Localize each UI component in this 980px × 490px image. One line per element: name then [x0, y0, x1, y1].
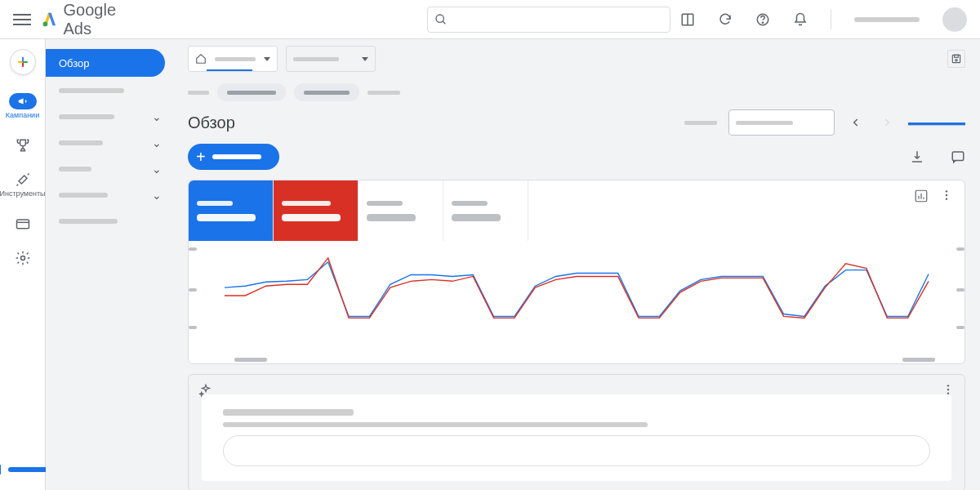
notifications-icon[interactable] — [793, 12, 808, 27]
campaign-selector[interactable] — [286, 46, 376, 72]
svg-point-19 — [956, 60, 957, 61]
mobile-icon — [0, 462, 3, 477]
header-actions — [680, 7, 967, 32]
app-header: Google Ads — [0, 0, 980, 39]
gear-icon — [15, 250, 31, 266]
appearance-icon[interactable] — [680, 12, 695, 27]
side-nav: Обзор ⌄ ⌄ ⌄ ⌄ — [46, 39, 173, 490]
megaphone-icon — [17, 96, 29, 107]
filter-label — [188, 91, 209, 95]
save-view-icon[interactable] — [947, 50, 965, 68]
nav-item[interactable] — [46, 78, 173, 103]
svg-rect-18 — [955, 55, 959, 57]
create-button[interactable] — [10, 49, 36, 75]
compare-toggle[interactable] — [908, 119, 965, 126]
svg-point-6 — [762, 22, 763, 23]
divider — [831, 10, 831, 29]
svg-point-30 — [947, 392, 949, 394]
menu-icon[interactable] — [13, 10, 31, 29]
nav-overview[interactable]: Обзор — [46, 49, 165, 77]
search-icon — [434, 13, 448, 26]
rec-text — [223, 422, 648, 427]
logo-text-2: Ads — [64, 20, 91, 38]
sparkle-icon — [198, 383, 213, 398]
metric-tab-1[interactable] — [189, 180, 274, 241]
performance-chart — [189, 241, 964, 363]
more-icon[interactable] — [942, 383, 955, 396]
rec-input[interactable] — [223, 435, 930, 466]
search-input[interactable] — [427, 7, 670, 33]
rail-goals[interactable] — [0, 137, 46, 154]
rail-admin[interactable] — [0, 250, 46, 266]
refresh-icon[interactable] — [718, 12, 733, 27]
svg-point-27 — [946, 198, 947, 199]
plus-icon — [15, 54, 31, 70]
dropdown-icon — [362, 57, 368, 61]
svg-point-0 — [42, 21, 47, 26]
main-content: Обзор + — [173, 39, 980, 490]
svg-point-1 — [436, 15, 443, 22]
new-campaign-button[interactable]: + — [188, 144, 279, 170]
chart-settings-icon[interactable] — [914, 189, 929, 203]
x-tick — [902, 358, 935, 362]
overview-toolbar: + — [173, 144, 980, 180]
plus-icon: + — [196, 148, 206, 167]
performance-card — [188, 180, 965, 364]
metric-tabs — [189, 180, 964, 241]
dropdown-icon — [264, 57, 270, 61]
rail-tools-label: Инструменты — [0, 189, 46, 198]
label — [684, 121, 717, 125]
page-title: Обзор — [188, 114, 235, 132]
svg-point-29 — [947, 389, 949, 390]
filter-chip[interactable] — [294, 83, 359, 101]
chevron-left-icon — [850, 117, 862, 128]
svg-rect-20 — [952, 152, 964, 161]
nav-item[interactable]: ⌄ — [46, 105, 173, 129]
rail-tools[interactable]: Инструменты — [0, 172, 46, 198]
prev-period-button[interactable] — [846, 113, 866, 132]
filter-chip[interactable] — [217, 83, 286, 101]
next-period-button[interactable] — [877, 113, 897, 132]
ads-logo-icon — [41, 10, 59, 29]
account-selector[interactable] — [188, 46, 278, 72]
svg-line-2 — [443, 21, 445, 24]
recommendations-card — [188, 374, 965, 490]
metric-tab-2[interactable] — [274, 180, 359, 241]
chevron-right-icon — [881, 117, 893, 128]
trophy-icon — [15, 137, 31, 154]
filter-chips-row — [173, 78, 980, 106]
chevron-down-icon: ⌄ — [152, 136, 162, 149]
nav-item[interactable]: ⌄ — [46, 157, 173, 181]
more-icon[interactable] — [940, 189, 953, 202]
product-logo[interactable]: Google Ads — [41, 1, 140, 38]
nav-item[interactable]: ⌄ — [46, 131, 173, 155]
scope-bar — [173, 39, 980, 78]
nav-item[interactable]: ⌄ — [46, 183, 173, 207]
rail-campaigns[interactable]: Кампании — [0, 93, 46, 119]
svg-point-14 — [20, 256, 24, 261]
home-icon — [195, 53, 207, 65]
rail-billing[interactable] — [0, 216, 46, 232]
add-filter-link[interactable] — [368, 91, 400, 95]
date-range-picker[interactable] — [728, 109, 835, 136]
logo-text-1: Google — [64, 1, 117, 19]
feedback-icon[interactable] — [951, 149, 965, 164]
nav-item[interactable] — [46, 209, 173, 234]
chevron-down-icon: ⌄ — [152, 189, 162, 202]
account-switcher[interactable] — [854, 17, 920, 22]
download-icon[interactable] — [910, 149, 924, 164]
recommendations-content — [202, 394, 951, 481]
svg-point-28 — [947, 385, 949, 386]
title-row: Обзор — [173, 106, 980, 144]
help-icon[interactable] — [755, 12, 770, 27]
rail-campaigns-label: Кампании — [6, 111, 39, 119]
avatar[interactable] — [942, 7, 967, 32]
metric-tab-3[interactable] — [359, 180, 443, 241]
svg-point-26 — [946, 194, 947, 196]
metric-tab-4[interactable] — [443, 180, 528, 241]
x-tick — [234, 358, 267, 362]
tools-icon — [15, 172, 31, 188]
line-chart-svg — [210, 249, 943, 339]
chevron-down-icon: ⌄ — [152, 163, 162, 176]
save-icon — [951, 53, 962, 65]
